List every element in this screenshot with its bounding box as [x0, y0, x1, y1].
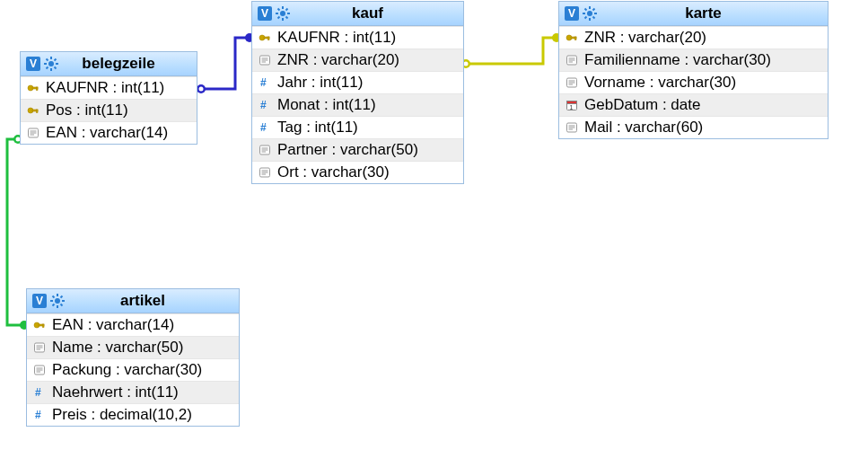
svg-text:#: # [35, 386, 41, 399]
svg-point-55 [587, 11, 592, 16]
column-row[interactable]: EAN : varchar(14) [21, 121, 197, 144]
text-icon [258, 143, 272, 157]
column-row[interactable]: ZNR : varchar(20) [559, 26, 828, 48]
table-kauf[interactable]: V kauf KAUFNR : int(11)ZNR : varchar(20)… [251, 1, 464, 184]
table-title: kauf [290, 4, 458, 22]
column-row[interactable]: #Preis : decimal(10,2) [27, 403, 239, 426]
column-row[interactable]: Packung : varchar(30) [27, 358, 239, 381]
table-karte[interactable]: V karte ZNR : varchar(20)Familienname : … [558, 1, 829, 139]
table-header[interactable]: V belegzeile [21, 52, 197, 76]
svg-line-15 [55, 67, 57, 69]
text-icon [565, 120, 579, 135]
svg-line-89 [53, 304, 55, 306]
svg-point-0 [197, 84, 206, 93]
table-artikel[interactable]: V artikel EAN : varchar(14)Name : varcha… [26, 288, 240, 427]
key-icon [26, 81, 40, 95]
column-label: Ort : varchar(30) [277, 163, 390, 181]
column-label: Jahr : int(11) [277, 74, 363, 92]
column-label: ZNR : varchar(20) [277, 51, 399, 69]
column-row[interactable]: Name : varchar(50) [27, 336, 239, 358]
num-icon: # [32, 385, 47, 400]
svg-line-62 [585, 17, 587, 19]
table-body: KAUFNR : int(11)Pos : int(11)EAN : varch… [21, 76, 197, 144]
table-title: belegzeile [58, 55, 191, 73]
view-icon: V [565, 6, 579, 21]
table-body: EAN : varchar(14)Name : varchar(50)Packu… [27, 313, 239, 426]
gear-icon[interactable] [276, 6, 290, 21]
svg-point-28 [280, 11, 285, 16]
svg-line-34 [286, 17, 288, 19]
view-icon: V [26, 57, 40, 71]
column-label: Preis : decimal(10,2) [52, 406, 192, 424]
text-icon [565, 53, 579, 67]
view-icon: V [32, 294, 47, 308]
key-icon [26, 103, 40, 118]
svg-text:#: # [260, 121, 267, 134]
table-title: artikel [65, 292, 233, 310]
column-row[interactable]: ZNR : varchar(20) [252, 48, 463, 71]
column-label: Familienname : varchar(30) [584, 51, 771, 69]
column-row[interactable]: Mail : varchar(60) [559, 116, 828, 138]
svg-line-87 [53, 296, 55, 298]
date-icon: 1 [565, 98, 579, 112]
column-row[interactable]: #Tag : int(11) [252, 116, 463, 138]
svg-rect-20 [37, 87, 39, 91]
key-icon [32, 318, 47, 332]
svg-text:#: # [260, 76, 267, 89]
key-icon [258, 31, 272, 45]
svg-line-63 [593, 9, 595, 11]
column-row[interactable]: #Jahr : int(11) [252, 71, 463, 93]
table-header[interactable]: V karte [559, 2, 828, 26]
column-label: KAUFNR : int(11) [277, 29, 396, 47]
column-label: Mail : varchar(60) [584, 119, 703, 137]
svg-text:#: # [35, 409, 41, 421]
column-label: ZNR : varchar(20) [584, 29, 706, 47]
table-body: KAUFNR : int(11)ZNR : varchar(20)#Jahr :… [252, 26, 463, 183]
svg-line-14 [47, 59, 48, 61]
svg-line-33 [278, 9, 280, 11]
text-icon [565, 75, 579, 90]
svg-point-82 [55, 298, 60, 304]
num-icon: # [258, 120, 272, 135]
gear-icon[interactable] [44, 57, 58, 71]
svg-rect-39 [268, 37, 270, 40]
num-icon: # [258, 75, 272, 90]
text-icon [26, 126, 40, 140]
table-header[interactable]: V kauf [252, 2, 463, 26]
column-label: EAN : varchar(14) [46, 124, 168, 142]
column-label: EAN : varchar(14) [52, 316, 174, 334]
column-label: Vorname : varchar(30) [584, 74, 736, 92]
column-label: Partner : varchar(50) [277, 141, 418, 159]
text-icon [32, 363, 47, 377]
column-label: Packung : varchar(30) [52, 361, 202, 379]
text-icon [258, 53, 272, 67]
column-row[interactable]: Vorname : varchar(30) [559, 71, 828, 93]
column-row[interactable]: Partner : varchar(50) [252, 138, 463, 161]
svg-line-90 [61, 296, 63, 298]
table-belegzeile[interactable]: V belegzeile KAUFNR : int(11)Pos : int(1… [20, 51, 197, 145]
table-title: karte [597, 4, 822, 22]
column-row[interactable]: #Monat : int(11) [252, 93, 463, 116]
svg-point-1 [199, 87, 204, 92]
svg-line-60 [585, 9, 587, 11]
column-row[interactable]: Ort : varchar(30) [252, 161, 463, 183]
column-label: Pos : int(11) [46, 101, 128, 119]
column-row[interactable]: EAN : varchar(14) [27, 313, 239, 336]
svg-line-16 [47, 67, 48, 69]
svg-rect-23 [37, 110, 39, 113]
column-row[interactable]: #Naehrwert : int(11) [27, 381, 239, 403]
column-row[interactable]: Pos : int(11) [21, 99, 197, 121]
svg-line-88 [61, 304, 63, 306]
column-row[interactable]: KAUFNR : int(11) [21, 76, 197, 99]
column-row[interactable]: Familienname : varchar(30) [559, 48, 828, 71]
gear-icon[interactable] [583, 6, 597, 21]
view-icon: V [258, 6, 272, 21]
column-row[interactable]: 1GebDatum : date [559, 93, 828, 116]
table-header[interactable]: V artikel [27, 289, 239, 313]
gear-icon[interactable] [50, 294, 65, 308]
num-icon: # [32, 408, 47, 422]
column-label: KAUFNR : int(11) [46, 79, 164, 97]
column-label: Monat : int(11) [277, 96, 376, 114]
svg-rect-66 [575, 37, 577, 40]
column-row[interactable]: KAUFNR : int(11) [252, 26, 463, 48]
